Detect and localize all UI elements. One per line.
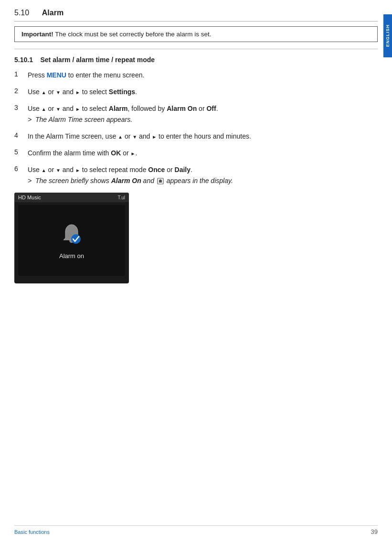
step-4-number: 4 xyxy=(14,131,28,139)
step-3-content: Use or and to select Alarm, followed by … xyxy=(28,104,218,125)
arrow-up-2 xyxy=(42,88,46,96)
step-6-number: 6 xyxy=(14,165,28,173)
once-label: Once xyxy=(148,166,165,173)
ok-label: OK xyxy=(111,149,121,157)
step-1-content: Press MENU to enter the menu screen. xyxy=(28,70,144,80)
arrow-down-4 xyxy=(132,132,137,140)
step-6-content: Use or and to select repeat mode Once or… xyxy=(28,165,233,186)
important-box: Important! The clock must be set correct… xyxy=(14,26,378,42)
arrow-right-5 xyxy=(131,149,136,157)
side-tab-label: ENGLISH xyxy=(385,24,390,47)
alarm-label: Alarm xyxy=(109,105,128,112)
step-2: 2 Use or and to select Settings. xyxy=(14,87,378,97)
signal-icon: T.ul xyxy=(117,195,125,200)
step-4: 4 In the Alarm Time screen, use or and t… xyxy=(14,131,378,141)
footer: Basic functions 39 xyxy=(14,525,378,535)
arrow-up-3 xyxy=(42,105,46,112)
arrow-down-2 xyxy=(56,88,61,96)
important-text: The clock must be set correctly before t… xyxy=(55,31,211,38)
device-screenshot: HD Music T.ul Alarm on xyxy=(14,193,129,283)
arrow-down-3 xyxy=(56,105,61,112)
step-3: 3 Use or and to select Alarm, followed b… xyxy=(14,104,378,125)
device-top-bar: HD Music T.ul xyxy=(14,193,129,202)
arrow-right-2 xyxy=(75,88,80,96)
section-number: 5.10 xyxy=(14,9,29,17)
alarm-mini-icon xyxy=(157,178,164,184)
step-1-number: 1 xyxy=(14,70,28,78)
arrow-right-6 xyxy=(75,166,80,173)
step-5-number: 5 xyxy=(14,148,28,156)
page-container: ENGLISH 5.10 Alarm Important! The clock … xyxy=(0,0,392,542)
step-4-content: In the Alarm Time screen, use or and to … xyxy=(28,131,251,141)
divider xyxy=(14,49,378,49)
subsection-number: 5.10.1 xyxy=(14,56,33,64)
step-2-number: 2 xyxy=(14,87,28,95)
menu-highlight: MENU xyxy=(47,71,66,79)
step-1: 1 Press MENU to enter the menu screen. xyxy=(14,70,378,80)
alarm-label-text: Alarm on xyxy=(59,252,84,260)
step-3-number: 3 xyxy=(14,104,28,111)
step-6: 6 Use or and to select repeat mode Once … xyxy=(14,165,378,186)
section-heading: 5.10 Alarm xyxy=(14,9,378,22)
subsection-title: Set alarm / alarm time / repeat mode xyxy=(41,56,155,64)
section-title: Alarm xyxy=(42,9,64,17)
step-5: 5 Confirm the alarm time with OK or . xyxy=(14,148,378,158)
off-label: Off xyxy=(206,105,216,112)
arrow-up-4 xyxy=(118,132,123,140)
arrow-right-4 xyxy=(152,132,157,140)
footer-left: Basic functions xyxy=(14,529,50,535)
footer-right: 39 xyxy=(371,528,378,535)
side-tab: ENGLISH xyxy=(383,14,392,57)
subsection-heading: 5.10.1 Set alarm / alarm time / repeat m… xyxy=(14,56,378,64)
device-screen-area: Alarm on xyxy=(18,205,125,276)
alarm-on-label: Alarm On xyxy=(167,105,197,112)
arrow-down-6 xyxy=(56,166,61,173)
daily-label: Daily xyxy=(175,166,191,173)
arrow-up-6 xyxy=(42,166,46,173)
arrow-right-3 xyxy=(75,105,80,112)
step-3-note: > The Alarm Time screen appears. xyxy=(28,115,218,125)
bell-icon xyxy=(59,222,85,248)
step-6-note: > The screen briefly shows Alarm On and … xyxy=(28,176,233,186)
source-label: HD Music xyxy=(18,195,41,200)
step-5-content: Confirm the alarm time with OK or . xyxy=(28,148,137,158)
step-2-content: Use or and to select Settings. xyxy=(28,87,137,97)
important-label: Important! xyxy=(21,31,53,38)
settings-label: Settings xyxy=(109,88,135,96)
